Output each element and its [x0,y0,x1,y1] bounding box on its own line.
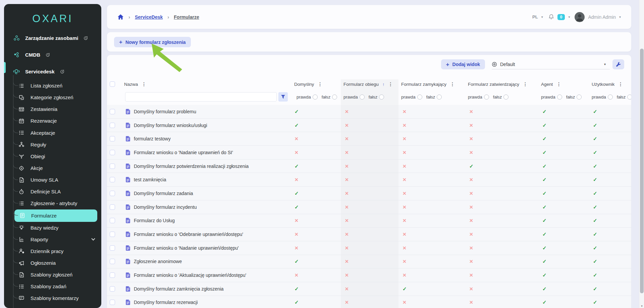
table-row[interactable]: Formularz do Usług ✕✕✕✕✓✓ [107,214,631,228]
row-checkbox[interactable] [110,191,115,196]
table-row[interactable]: Zgłoszenie anonimowe ✓✕✕✕✓✓ [107,255,631,269]
chevron-down-icon[interactable]: ▾ [568,15,570,19]
sidebar-item-akcje[interactable]: Akcje [4,162,101,174]
filter-true-radio[interactable] [313,95,318,100]
column-menu-icon[interactable]: ⋮ [318,81,322,87]
column-menu-icon[interactable]: ⋮ [388,81,393,87]
sidebar-item-obiegi[interactable]: Obiegi [4,150,101,162]
column-menu-icon[interactable]: ⋮ [450,81,455,87]
filter-true-radio[interactable] [557,95,562,100]
scrollbar-down-arrow[interactable]: ▾ [639,304,644,308]
table-row[interactable]: Domyślny formularz incydentu ✓✕✕✕✓✓ [107,200,631,214]
sidebar-item-szablony-komentarzy[interactable]: Szablony komentarzy [4,292,101,304]
language-selector[interactable]: PL [532,14,538,19]
chevron-down-icon[interactable]: ▾ [541,15,543,19]
table-row[interactable]: Domyślny formularz potwierdzenia realiza… [107,160,631,173]
avatar[interactable] [575,12,585,22]
form-name-cell[interactable]: formularz testowy [123,132,294,145]
filter-funnel-button[interactable] [278,92,288,102]
sidebar-item-umowy-sla[interactable]: Umowy SLA [4,174,101,186]
column-header-1[interactable]: Domyślny ⋮ [294,79,341,89]
notifications-bell-icon[interactable] [548,14,554,20]
row-checkbox[interactable] [110,286,115,292]
sidebar-item-zarzadzanie-zasobami[interactable]: Zarządzanie zasobami [4,29,101,46]
sidebar-item-raporty[interactable]: Raporty [4,234,101,245]
column-menu-icon[interactable]: ⋮ [523,81,528,87]
sidebar-item-rezerwacje[interactable]: Rezerwacje [4,115,101,127]
sidebar-item-szablony-powiadomien[interactable]: Szablony powiadomień [4,304,101,308]
filter-false-radio[interactable] [627,95,631,100]
column-header-5[interactable]: Agent ⋮ [538,79,589,89]
form-name-cell[interactable]: Domyślny formularz wniosku/usługi [123,119,294,132]
table-row[interactable]: Domyślny formularz problemu ✓✕✕✕✓✓ [107,105,631,119]
column-header-2[interactable]: Formularz obiegu ↑ ⋮ [341,79,398,89]
settings-wrench-button[interactable] [612,59,624,69]
sidebar-item-bazy-wiedzy[interactable]: Bazy wiedzy [4,222,101,234]
table-row[interactable]: Formularz wniosku o 'Nadanie uprawnień d… [107,146,631,160]
form-name-cell[interactable]: Domyślny formularz problemu [123,105,294,118]
sidebar-item-servicedesk[interactable]: Servicedesk [4,63,101,80]
column-header-4[interactable]: Formularz zatwierdzający ⋮ [465,79,538,89]
filter-true-radio[interactable] [608,95,613,100]
sidebar-item-zgloszenie-atrybuty[interactable]: Zgłoszenie - atrybuty [4,197,101,209]
row-checkbox[interactable] [110,272,115,278]
table-row[interactable]: Domyślny formularz zadania ✓✕✕✕✓✓ [107,187,631,200]
form-name-cell[interactable]: Formularz do Usług [123,214,294,228]
sidebar-item-szablony-zadan[interactable]: Szablony zadań [4,281,101,292]
row-checkbox[interactable] [110,136,115,141]
column-header-6[interactable]: Użytkownik ⋮ [589,79,631,89]
column-header-0[interactable]: Nazwa ⋮ [123,79,294,89]
row-checkbox[interactable] [110,245,115,251]
form-name-cell[interactable]: Zgłoszenie anonimowe [123,255,294,268]
form-name-cell[interactable]: Formularz wniosku o 'Odebranie uprawnień… [123,228,294,241]
row-checkbox[interactable] [110,218,115,223]
sidebar-item-formularze[interactable]: Formularze [14,209,97,222]
form-name-cell[interactable]: Domyślny formularz zadania [123,187,294,200]
notification-count-badge[interactable]: 0 [557,14,565,20]
filter-false-radio[interactable] [503,95,508,100]
row-checkbox[interactable] [110,204,115,210]
row-checkbox[interactable] [110,164,115,169]
filter-true-radio[interactable] [484,95,489,100]
breadcrumb-current[interactable]: Formularze [174,14,199,20]
form-name-cell[interactable]: Formularz wniosku o 'Aktualizację uprawn… [123,268,294,282]
form-name-cell[interactable]: Domyślny formularz incydentu [123,200,294,214]
filter-true-radio[interactable] [360,95,365,100]
table-row[interactable]: Domyślny formularz rezerwacji ✓✕✕✕✓✓ [107,296,631,308]
form-name-cell[interactable]: test zamknięcia [123,173,294,186]
filter-false-radio[interactable] [332,95,337,100]
sidebar-item-cmdb[interactable]: CMDB [4,46,101,63]
form-name-cell[interactable]: Formularz wniosku o 'Nadanie uprawnień d… [123,146,294,159]
column-header-3[interactable]: Formularz zamykający ⋮ [398,79,465,89]
table-row[interactable]: Formularz wniosku o 'Nadanie uprawnień/d… [107,241,631,255]
sidebar-item-reguly[interactable]: Reguły [4,139,101,150]
row-checkbox[interactable] [110,123,115,128]
sidebar-item-szablony-zgloszen[interactable]: Szablony zgłoszeń [4,269,101,281]
table-row[interactable]: Domyślny formularz zamknięcia zgłoszenia… [107,282,631,296]
sidebar-item-ogloszenia[interactable]: Ogłoszenia [4,257,101,269]
filter-false-radio[interactable] [437,95,442,100]
row-checkbox[interactable] [110,177,115,182]
filter-true-radio[interactable] [417,95,422,100]
row-checkbox[interactable] [110,259,115,264]
page-scrollbar[interactable]: ▾ [639,0,644,308]
row-checkbox[interactable] [110,109,115,114]
sidebar-item-definicje-sla[interactable]: Definicje SLA [4,186,101,197]
table-row[interactable]: formularz testowy ✕✕✕✕✓✓ [107,132,631,146]
home-icon[interactable] [117,14,124,20]
table-row[interactable]: Formularz wniosku o 'Odebranie uprawnień… [107,228,631,241]
sidebar-item-kategorie-zgloszen[interactable]: Kategorie zgłoszeń [4,91,101,103]
filter-false-radio[interactable] [577,95,582,100]
view-selector[interactable]: Default ▾ [492,59,610,69]
new-form-button[interactable]: + Nowy formularz zgłoszenia [114,37,191,47]
breadcrumb-link-servicedesk[interactable]: ServiceDesk [135,14,163,20]
scrollbar-thumb[interactable] [640,49,644,293]
user-menu-chevron-icon[interactable]: ▾ [619,15,621,19]
sidebar-item-lista-zgloszen[interactable]: Lista zgłoszeń [4,80,101,91]
column-menu-icon[interactable]: ⋮ [556,81,561,87]
name-filter-input[interactable] [125,92,277,102]
sidebar-item-dziennik-pracy[interactable]: Dziennik pracy [4,245,101,257]
table-row[interactable]: test zamknięcia ✕✕✕✕✓✓ [107,173,631,187]
form-name-cell[interactable]: Formularz wniosku o 'Nadanie uprawnień/d… [123,241,294,255]
sidebar-item-akceptacje[interactable]: Akceptacje [4,127,101,139]
